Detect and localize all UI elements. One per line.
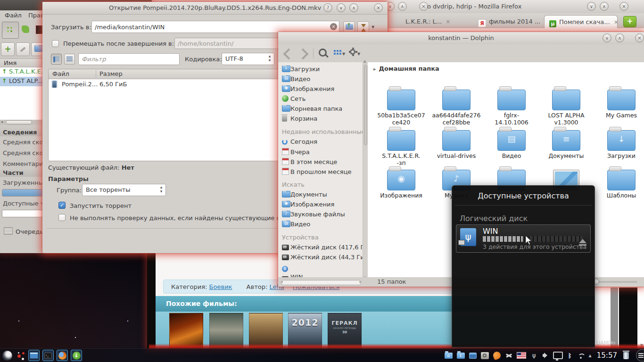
- column-divider[interactable]: [96, 70, 96, 78]
- group-combobox[interactable]: Все торренты ▲▼: [82, 184, 166, 196]
- folder-item-documents[interactable]: ≡Документы: [542, 124, 591, 159]
- folder-item[interactable]: LOST ALPHA v1.3000 DEZOWAVE: [542, 84, 591, 126]
- add-torrent-button[interactable]: +: [1, 42, 15, 56]
- folder-item[interactable]: aa664d4fafe276cef28bbe: [432, 84, 481, 126]
- device-bluetooth[interactable]: B: [278, 263, 363, 273]
- skip-check-checkbox[interactable]: [58, 214, 66, 221]
- folder-item-video[interactable]: ▤Видео: [487, 124, 536, 159]
- icon-zoom-slider[interactable]: [597, 281, 637, 283]
- breadcrumb[interactable]: ▸Домашняя папка: [373, 65, 439, 72]
- scrollbar-thumb[interactable]: [364, 65, 367, 145]
- folder-item-downloads[interactable]: ↓Загрузки: [597, 124, 644, 159]
- task-terminal[interactable]: ›_: [42, 350, 54, 361]
- dolphin-titlebar[interactable]: konstantin — Dolphin ∨ ∧ ×: [278, 32, 644, 45]
- folder-item[interactable]: 50ba1b3a5ce07ce420: [377, 84, 426, 126]
- tray-volume-icon[interactable]: [542, 352, 549, 359]
- close-button[interactable]: ×: [619, 2, 628, 11]
- tray-network-icon[interactable]: [577, 353, 585, 358]
- task-firefox[interactable]: [57, 350, 68, 361]
- view-mode-button[interactable]: [334, 50, 336, 52]
- forward-button[interactable]: [297, 48, 308, 59]
- tree-view-toggle[interactable]: [51, 54, 62, 65]
- menu-file[interactable]: Файл: [5, 10, 22, 19]
- bg-maximize-button[interactable]: ∧: [398, 2, 407, 11]
- move-on-completion-checkbox[interactable]: [52, 40, 59, 47]
- scrollbar-handle[interactable]: [6, 120, 32, 124]
- tray-display-icon[interactable]: [553, 352, 563, 359]
- maximize-button[interactable]: ∧: [600, 2, 609, 11]
- minimize-button[interactable]: ∨: [337, 3, 346, 12]
- recent-yesterday[interactable]: Вчера: [278, 148, 363, 157]
- settings-tool-button[interactable]: [16, 42, 30, 56]
- eject-icon[interactable]: [579, 235, 586, 243]
- scroll-right-icon[interactable]: ▸: [359, 280, 361, 284]
- app-menu-button[interactable]: [2, 351, 12, 361]
- search-button[interactable]: [319, 49, 327, 57]
- filter-input[interactable]: [78, 53, 180, 65]
- place-images[interactable]: ◉Изображения: [278, 85, 363, 95]
- new-tab-button[interactable]: +: [623, 16, 636, 27]
- folder-item[interactable]: virtual-drives: [432, 124, 481, 159]
- spin-down-icon[interactable]: ▼: [269, 58, 271, 62]
- queue-tab[interactable]: Очередь: [4, 227, 43, 235]
- recent-this-month[interactable]: В этом месяце: [278, 157, 363, 167]
- folder-item[interactable]: My Games: [597, 84, 644, 119]
- search-documents[interactable]: Документы: [278, 190, 363, 200]
- save-to-input[interactable]: [91, 21, 339, 33]
- scroll-left-icon[interactable]: ◂: [1, 120, 3, 124]
- ktorrent-logo-button[interactable]: [2, 22, 19, 39]
- tray-window-icon[interactable]: [469, 353, 477, 359]
- tab-stalker[interactable]: L.K.E.R.: L...×: [401, 15, 470, 28]
- device-hdd-44[interactable]: Жёсткий диск (44,3 ГиБ): [278, 253, 363, 263]
- places-hscrollbar[interactable]: ◂▸: [281, 280, 361, 285]
- view-mode-dropdown-icon[interactable]: ▼: [342, 52, 345, 56]
- clear-input-icon[interactable]: ×: [330, 23, 337, 30]
- category-link[interactable]: Боевик: [209, 283, 232, 290]
- minimize-button[interactable]: ∨: [587, 2, 596, 11]
- tray-settings-icon[interactable]: [481, 352, 489, 359]
- folder-item[interactable]: S.T.A.L.K.E.R. -зп: [377, 124, 426, 166]
- place-root[interactable]: Корневая папка: [278, 105, 363, 115]
- scroll-left-icon[interactable]: ◂: [281, 280, 283, 284]
- minimize-button[interactable]: ∨: [603, 33, 611, 42]
- tray-home-folder-icon[interactable]: ⌂: [445, 353, 453, 359]
- torrent-list-hscrollbar[interactable]: ◂: [0, 120, 42, 125]
- spin-down-icon[interactable]: ▼: [160, 189, 163, 193]
- back-button[interactable]: [283, 48, 294, 59]
- search-audio[interactable]: ♪Звуковые файлы: [278, 210, 363, 220]
- plugins-button[interactable]: [22, 25, 29, 34]
- folder-item[interactable]: Шаблоны: [597, 164, 644, 199]
- tab-close-icon[interactable]: ×: [446, 18, 450, 25]
- recent-today[interactable]: Сегодня: [278, 138, 363, 148]
- dropdown-icon[interactable]: ▼: [372, 25, 374, 29]
- plasma-toolbox-icon[interactable]: [636, 349, 644, 362]
- spin-up-icon[interactable]: ▲: [269, 54, 271, 58]
- places-scrollbar[interactable]: ▲ ▼: [363, 63, 368, 275]
- place-downloads[interactable]: ↓Загрузки: [278, 65, 363, 75]
- history-button[interactable]: [357, 21, 369, 33]
- tray-clipboard-scissors-icon[interactable]: [505, 352, 512, 359]
- task-file-manager[interactable]: [28, 350, 40, 361]
- encoding-combobox[interactable]: UTF-8 ▲▼: [222, 53, 274, 65]
- maximize-button[interactable]: ∧: [349, 3, 358, 12]
- start-torrent-checkbox[interactable]: ✓: [58, 202, 66, 209]
- tray-expander-icon[interactable]: ▲: [589, 354, 592, 358]
- dialog-titlebar[interactable]: Открытие Pompeii.2014.720p.BluRay.DD5.1.…: [42, 2, 388, 15]
- search-video[interactable]: ▤Видео: [278, 220, 363, 230]
- maximize-button[interactable]: ∧: [615, 33, 624, 42]
- column-file[interactable]: Файл: [52, 70, 69, 77]
- task-ktorrent[interactable]: ↓: [71, 350, 82, 361]
- place-video[interactable]: ▤Видео: [278, 75, 363, 85]
- tray-orange-slice-icon[interactable]: [492, 351, 502, 361]
- search-images[interactable]: ◉Изображения: [278, 200, 363, 210]
- recent-last-month[interactable]: В прошлом месяце: [278, 167, 363, 177]
- column-size[interactable]: Размер: [99, 70, 123, 77]
- settings-button[interactable]: [350, 49, 355, 55]
- device-win[interactable]: ψWIN: [278, 273, 363, 277]
- tab-close-icon[interactable]: ×: [614, 19, 619, 25]
- folder-item-images[interactable]: ◉Изображения: [377, 164, 426, 199]
- tray-bluetooth-icon[interactable]: ᛒ: [567, 352, 573, 359]
- place-trash[interactable]: Корзина: [278, 115, 363, 124]
- device-hdd-417[interactable]: Жёсткий диск (417,6 ГиБ): [278, 243, 363, 253]
- browse-folder-button[interactable]: [343, 21, 355, 33]
